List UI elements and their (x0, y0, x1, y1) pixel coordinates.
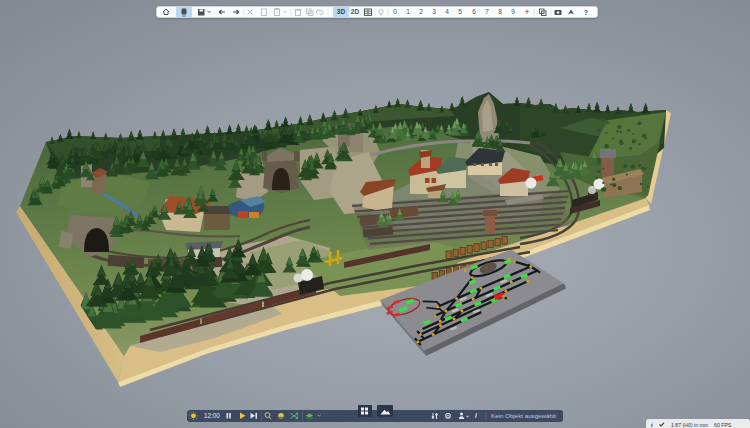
svg-text:1: 1 (406, 8, 410, 15)
svg-text:4: 4 (445, 8, 449, 15)
svg-text:i: i (651, 422, 653, 428)
svg-text:Kein Objekt ausgewählt: Kein Objekt ausgewählt (491, 412, 556, 419)
svg-text:1:87 (H0) in mm: 1:87 (H0) in mm (671, 422, 708, 428)
svg-text:?: ? (584, 9, 588, 16)
svg-text:+: + (525, 7, 530, 17)
svg-text:9: 9 (511, 8, 515, 15)
svg-text:3: 3 (432, 8, 436, 15)
svg-text:60 FPS: 60 FPS (714, 422, 732, 428)
svg-text:5: 5 (458, 8, 462, 15)
svg-text:+: + (466, 413, 469, 419)
svg-text:6: 6 (472, 8, 476, 15)
svg-text:12:00: 12:00 (204, 412, 220, 419)
svg-text:8: 8 (498, 8, 502, 15)
svg-text:2: 2 (419, 8, 423, 15)
svg-text:2D: 2D (351, 8, 360, 15)
svg-text:i: i (475, 412, 477, 419)
svg-text:0: 0 (393, 8, 397, 15)
svg-text:7: 7 (485, 8, 489, 15)
svg-text:3D: 3D (337, 8, 346, 15)
